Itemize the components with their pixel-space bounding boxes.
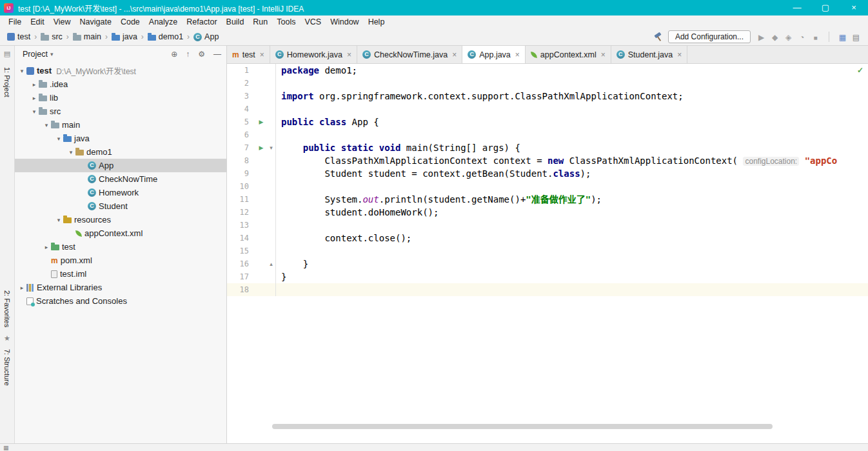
code-line[interactable]: 13 — [227, 219, 868, 232]
project-panel-title[interactable]: Project — [23, 50, 48, 59]
chevron-right-icon[interactable]: ▸ — [42, 244, 51, 250]
code-line[interactable]: 10 — [227, 180, 868, 193]
locate-icon[interactable]: ⊕ — [171, 50, 177, 59]
chevron-down-icon[interactable]: ▾ — [50, 51, 54, 57]
stripe-structure-button[interactable]: 7: Structure — [3, 349, 11, 386]
stripe-project-button[interactable]: 1: Project — [3, 67, 11, 97]
minimize-button[interactable]: — — [783, 0, 811, 15]
run-gutter-icon[interactable]: ▶ — [255, 141, 267, 154]
tree-item-test.iml[interactable]: test.iml — [15, 267, 226, 281]
menu-build[interactable]: Build — [222, 15, 249, 28]
code-line[interactable]: 11 System.out.println(student.getName()+… — [227, 193, 868, 206]
chevron-down-icon[interactable]: ▾ — [66, 149, 75, 155]
code-line[interactable]: 5▶public class App { — [227, 115, 868, 128]
tree-item-App[interactable]: CApp — [15, 159, 226, 172]
tree-item-appContext.xml[interactable]: appContext.xml — [15, 226, 226, 240]
inspections-ok-icon[interactable]: ✓ — [857, 66, 863, 75]
hide-panel-icon[interactable]: — — [213, 50, 221, 59]
code-line[interactable]: 8 ClassPathXmlApplicationContext context… — [227, 154, 868, 167]
tab-close-icon[interactable]: × — [260, 50, 264, 59]
tab-appContext.xml[interactable]: appContext.xml× — [526, 46, 611, 63]
fold-down-icon[interactable]: ▾ — [267, 141, 276, 154]
menu-refactor[interactable]: Refactor — [182, 15, 221, 28]
tab-test[interactable]: mtest× — [227, 46, 270, 63]
toolwindow-grid-icon[interactable]: ▤ — [4, 50, 10, 58]
tab-App.java[interactable]: CApp.java× — [462, 46, 526, 63]
tree-item-lib[interactable]: ▸lib — [15, 91, 226, 105]
chevron-right-icon[interactable]: ▸ — [30, 81, 39, 88]
menu-help[interactable]: Help — [364, 15, 390, 28]
code-line[interactable]: 3import org.springframework.context.supp… — [227, 90, 868, 103]
favorites-star-icon[interactable]: ★ — [4, 334, 10, 343]
tree-item-pom.xml[interactable]: mpom.xml — [15, 254, 226, 267]
breadcrumb-demo1[interactable]: demo1 — [146, 32, 185, 42]
run-gutter-icon[interactable]: ▶ — [255, 115, 267, 128]
horizontal-scrollbar[interactable] — [272, 424, 773, 429]
tree-item-Homework[interactable]: CHomework — [15, 186, 226, 199]
profiler-icon[interactable]: ◔ — [795, 33, 809, 42]
tab-CheckNowTime.java[interactable]: CCheckNowTime.java× — [357, 46, 462, 63]
menu-view[interactable]: View — [49, 15, 75, 28]
tree-item-CheckNowTime[interactable]: CCheckNowTime — [15, 172, 226, 186]
layout-icon[interactable]: ▤ — [849, 33, 863, 42]
debug-icon[interactable]: ◆ — [768, 33, 782, 42]
tree-item-main[interactable]: ▾main — [15, 118, 226, 132]
settings-gear-icon[interactable]: ⚙ — [198, 50, 205, 59]
menu-file[interactable]: File — [4, 15, 26, 28]
chevron-right-icon[interactable]: ▸ — [17, 285, 26, 291]
tree-item-resources[interactable]: ▾resources — [15, 213, 226, 226]
maximize-button[interactable]: ▢ — [811, 0, 840, 15]
menu-analyze[interactable]: Analyze — [144, 15, 182, 28]
menu-code[interactable]: Code — [116, 15, 144, 28]
breadcrumb-main[interactable]: main — [71, 32, 103, 42]
code-line[interactable]: 18 — [227, 283, 868, 296]
run-icon[interactable]: ▶ — [755, 33, 768, 42]
fold-up-icon[interactable]: ▴ — [267, 257, 276, 270]
tab-close-icon[interactable]: × — [677, 50, 682, 59]
tree-item-test[interactable]: ▾testD:\A_MyWork\开发\test — [15, 64, 226, 77]
tree-item-.idea[interactable]: ▸.idea — [15, 77, 226, 91]
tab-close-icon[interactable]: × — [515, 50, 520, 59]
breadcrumb-App[interactable]: CApp — [192, 32, 221, 42]
breadcrumb-java[interactable]: java — [110, 32, 139, 42]
tree-item-java[interactable]: ▾java — [15, 132, 226, 145]
tab-Student.java[interactable]: CStudent.java× — [611, 46, 688, 63]
code-line[interactable]: 12 student.doHomeWork(); — [227, 206, 868, 219]
add-configuration-button[interactable]: Add Configuration... — [668, 30, 751, 43]
menu-navigate[interactable]: Navigate — [75, 15, 116, 28]
tree-item-demo1[interactable]: ▾demo1 — [15, 145, 226, 159]
stop-icon[interactable]: ■ — [809, 34, 822, 41]
chevron-down-icon[interactable]: ▾ — [30, 108, 39, 115]
chevron-down-icon[interactable]: ▾ — [17, 68, 26, 74]
code-line[interactable]: 9 Student student = context.getBean(Stud… — [227, 167, 868, 180]
stripe-favorites-button[interactable]: 2: Favorites — [3, 290, 11, 327]
breadcrumb-src[interactable]: src — [39, 32, 64, 42]
code-line[interactable]: 16▴ } — [227, 257, 868, 270]
tab-close-icon[interactable]: × — [601, 50, 606, 59]
code-line[interactable]: 1package demo1; — [227, 64, 868, 77]
chevron-down-icon[interactable]: ▾ — [42, 122, 51, 128]
tree-item-Student[interactable]: CStudent — [15, 199, 226, 213]
breadcrumb-test[interactable]: test — [5, 32, 32, 42]
close-button[interactable]: × — [840, 0, 868, 15]
menu-edit[interactable]: Edit — [26, 15, 49, 28]
tab-close-icon[interactable]: × — [347, 50, 351, 59]
chevron-right-icon[interactable]: ▸ — [30, 95, 39, 101]
code-line[interactable]: 17} — [227, 270, 868, 283]
toolwindow-switcher-icon[interactable]: ▦ — [3, 444, 9, 451]
code-line[interactable]: 7▶▾ public static void main(String[] arg… — [227, 141, 868, 154]
project-structure-icon[interactable]: ▦ — [836, 33, 849, 42]
code-line[interactable]: 6 — [227, 128, 868, 141]
tree-item-External-Libraries[interactable]: ▸External Libraries — [15, 281, 226, 294]
editor[interactable]: 1package demo1;23import org.springframew… — [227, 64, 868, 443]
menu-vcs[interactable]: VCS — [300, 15, 326, 28]
code-line[interactable]: 15 — [227, 245, 868, 257]
tree-item-src[interactable]: ▾src — [15, 105, 226, 118]
code-line[interactable]: 14 context.close(); — [227, 232, 868, 245]
chevron-down-icon[interactable]: ▾ — [54, 217, 63, 223]
build-hammer-icon[interactable] — [653, 32, 664, 42]
menu-run[interactable]: Run — [248, 15, 272, 28]
tree-item-test[interactable]: ▸test — [15, 240, 226, 254]
collapse-all-icon[interactable]: ↑ — [186, 50, 190, 59]
tab-close-icon[interactable]: × — [452, 50, 457, 59]
